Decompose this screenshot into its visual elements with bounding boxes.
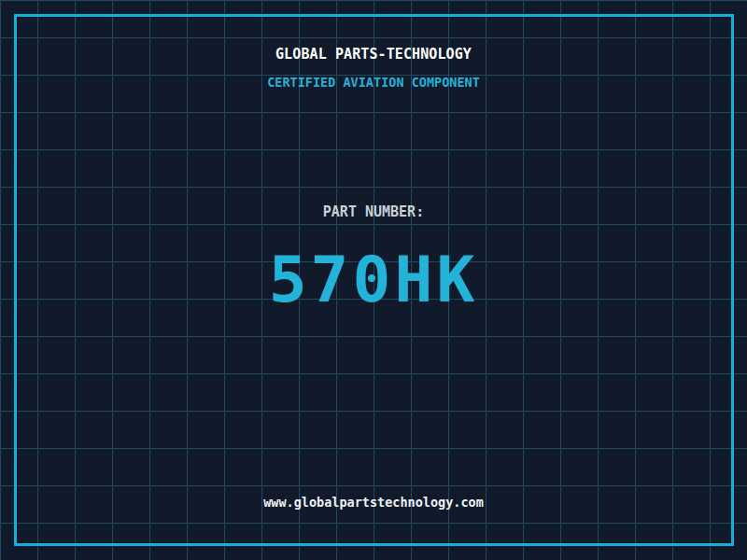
part-number-label: PART NUMBER: xyxy=(323,203,424,220)
aviation-part-label: { "header": { "company": "GLOBAL PARTS-T… xyxy=(0,0,747,560)
certification-tagline: CERTIFIED AVIATION COMPONENT xyxy=(267,75,480,90)
website-url: www.globalpartstechnology.com xyxy=(263,495,484,510)
company-name: GLOBAL PARTS-TECHNOLOGY xyxy=(275,46,472,63)
part-number-value: 570HK xyxy=(269,243,479,316)
